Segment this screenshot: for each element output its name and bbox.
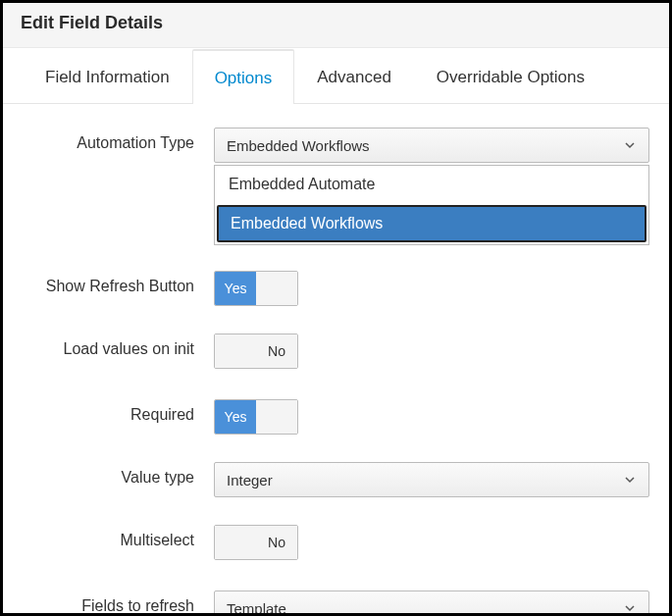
option-embedded-automate[interactable]: Embedded Automate [215, 166, 648, 203]
tab-advanced[interactable]: Advanced [294, 49, 414, 104]
toggle-required-yes: Yes [215, 400, 256, 434]
toggle-multiselect-no: No [256, 526, 297, 559]
tab-overridable-options[interactable]: Overridable Options [414, 49, 607, 104]
label-multiselect: Multiselect [23, 525, 214, 551]
label-automation-type: Automation Type [23, 128, 214, 154]
chevron-down-icon [625, 140, 635, 150]
toggle-multiselect-empty [215, 526, 256, 559]
tab-field-information[interactable]: Field Information [23, 49, 192, 104]
label-show-refresh-button: Show Refresh Button [23, 271, 214, 297]
toggle-show-refresh-button[interactable]: Yes [214, 271, 298, 306]
row-required: Required Yes [23, 399, 649, 435]
toggle-show-refresh-empty [256, 272, 297, 305]
label-fields-to-refresh: Fields to refresh [23, 590, 214, 616]
select-value-type-value: Integer [227, 472, 273, 488]
row-fields-to-refresh: Fields to refresh Template [23, 590, 649, 616]
form-body: Automation Type Embedded Workflows Embed… [3, 104, 669, 616]
option-embedded-workflows[interactable]: Embedded Workflows [217, 205, 646, 242]
row-value-type: Value type Integer [23, 462, 649, 497]
toggle-multiselect[interactable]: No [214, 525, 298, 560]
select-automation-type-value: Embedded Workflows [227, 137, 370, 154]
label-value-type: Value type [23, 462, 214, 488]
chevron-down-icon [625, 475, 635, 485]
toggle-load-values-on-init[interactable]: No [214, 334, 298, 369]
row-load-values-on-init: Load values on init No [23, 334, 649, 372]
toggle-required[interactable]: Yes [214, 399, 298, 435]
label-load-values-on-init: Load values on init [23, 334, 214, 360]
select-automation-type[interactable]: Embedded Workflows [214, 128, 649, 163]
toggle-required-empty [256, 400, 297, 434]
tabs-bar: Field Information Options Advanced Overr… [3, 48, 669, 104]
chevron-down-icon [625, 603, 635, 613]
toggle-load-values-no: No [256, 334, 297, 368]
toggle-load-values-empty [215, 334, 256, 368]
toggle-show-refresh-yes: Yes [215, 272, 256, 305]
dropdown-automation-type: Embedded Automate Embedded Workflows [214, 165, 649, 245]
select-value-type[interactable]: Integer [214, 462, 649, 497]
dialog-header: Edit Field Details [3, 3, 669, 48]
label-required: Required [23, 399, 214, 426]
tab-options[interactable]: Options [192, 49, 295, 104]
select-fields-to-refresh[interactable]: Template [214, 590, 649, 616]
dialog-title: Edit Field Details [21, 13, 651, 33]
row-automation-type: Automation Type Embedded Workflows Embed… [23, 128, 649, 163]
row-show-refresh-button: Show Refresh Button Yes [23, 271, 649, 306]
select-fields-to-refresh-value: Template [227, 600, 286, 617]
row-multiselect: Multiselect No [23, 525, 649, 563]
